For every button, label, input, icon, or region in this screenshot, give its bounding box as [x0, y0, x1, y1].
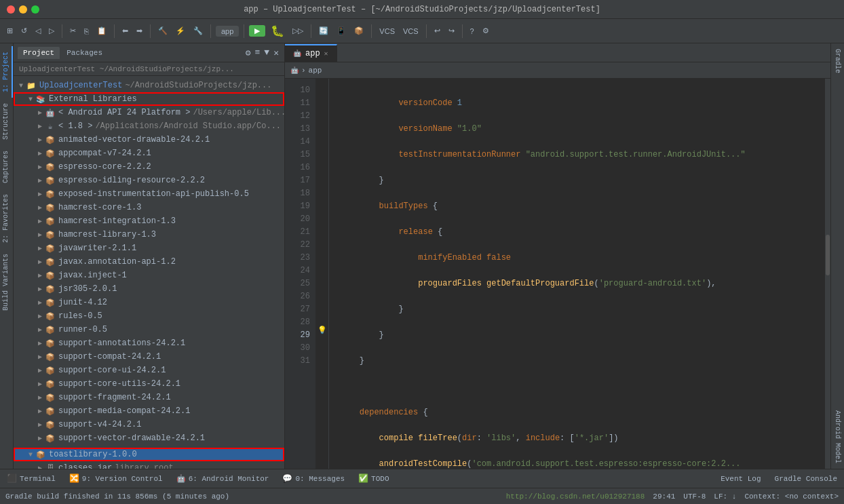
tree-item-support-core-utils[interactable]: ▶ 📦 support-core-utils-24.2.1 [14, 377, 284, 391]
tree-item-support-v4[interactable]: ▶ 📦 support-v4-24.2.1 [14, 418, 284, 431]
tree-item-animated-vector[interactable]: ▶ 📦 animated-vector-drawable-24.2.1 [14, 133, 284, 147]
toolbar-btn-settings[interactable]: ⚙ [480, 25, 492, 37]
gutter-line-19 [315, 195, 328, 208]
toolbar-btn-help[interactable]: ? [467, 26, 477, 37]
todo-btn[interactable]: ✅ TODO [356, 472, 391, 485]
tree-item-appcompat[interactable]: ▶ 📦 appcompat-v7-24.2.1 [14, 147, 284, 160]
toolbar-btn-back[interactable]: ⬅ [119, 25, 131, 37]
tree-item-support-compat[interactable]: ▶ 📦 support-compat-24.2.1 [14, 350, 284, 364]
tree-item-android-api[interactable]: ▶ 🤖 < Android API 24 Platform > /Users/a… [14, 106, 284, 119]
toolbar-btn-3[interactable]: ◁ [33, 25, 43, 37]
android-api-path: /Users/apple/Lib... [193, 108, 284, 117]
sidebar-tab-structure[interactable]: Structure [0, 98, 13, 145]
toolbar-btn-coverage[interactable]: ▷▷ [290, 25, 306, 37]
toolbar-btn-undo[interactable]: ↩ [431, 25, 443, 37]
version-control-btn[interactable]: 🔀 9: Version Control [66, 472, 166, 485]
maximize-button[interactable] [31, 5, 39, 14]
gear-icon[interactable]: ≡ [254, 46, 262, 59]
editor-tab-app[interactable]: 🤖 app ✕ [285, 44, 337, 62]
toolbar-btn-forward[interactable]: ➡ [134, 25, 145, 37]
toolbar-btn-5[interactable]: 🔨 [155, 25, 170, 37]
rules-label: rules-0.5 [58, 311, 102, 321]
toolbar-btn-redo[interactable]: ↪ [446, 25, 457, 37]
tree-item-junit[interactable]: ▶ 📦 junit-4.12 [14, 296, 284, 309]
gutter-line-24 [315, 259, 328, 272]
code-text[interactable]: versionCode 1 versionName "1.0" testInst… [329, 79, 825, 469]
tree-item-hamcrest-core[interactable]: ▶ 📦 hamcrest-core-1.3 [14, 201, 284, 214]
minimize-button[interactable] [19, 5, 27, 14]
toolbar-btn-gradle-sync[interactable]: 🔄 [316, 25, 331, 37]
toolbar-btn-6[interactable]: ⚡ [173, 25, 188, 37]
android-monitor-btn[interactable]: 🤖 6: Android Monitor [174, 473, 272, 484]
collapse-icon[interactable]: ▼ [263, 46, 271, 59]
messages-icon: 💬 [282, 473, 292, 484]
tab-label: app [305, 49, 320, 58]
tab-packages[interactable]: Packages [61, 47, 108, 59]
messages-btn[interactable]: 💬 0: Messages [280, 472, 347, 485]
event-log-label: Event Log [721, 475, 761, 483]
pkg-icon-1: 📦 [45, 134, 56, 145]
gutter-line-20 [315, 208, 328, 220]
pkg-icon-2: 📦 [45, 148, 56, 159]
android-model-tab[interactable]: Android Model [832, 405, 843, 469]
tree-item-hamcrest-library[interactable]: ▶ 📦 hamcrest-library-1.3 [14, 228, 284, 241]
tree-item-support-vector[interactable]: ▶ 📦 support-vector-drawable-24.2.1 [14, 431, 284, 445]
toolbar-btn-4[interactable]: ▷ [46, 25, 57, 37]
sync-icon[interactable]: ⚙ [244, 46, 252, 60]
jar-icon: 🗄 [45, 463, 56, 469]
gutter-line-29-bulb[interactable]: 💡 [315, 324, 328, 336]
toolbar-btn-vcs2[interactable]: VCS [400, 26, 421, 37]
tab-close-btn[interactable]: ✕ [324, 50, 328, 58]
tree-item-espresso-core[interactable]: ▶ 📦 espresso-core-2.2.2 [14, 160, 284, 174]
scrollbar-thumb[interactable] [826, 235, 830, 275]
code-line-17: proguardFiles getDefaultProguardFile('pr… [340, 277, 825, 290]
toolbar-btn-vcs[interactable]: VCS [377, 26, 398, 37]
app-selector[interactable]: app [216, 26, 239, 37]
tree-item-classes-jar[interactable]: ▶ 🗄 classes.jar library root [14, 461, 284, 469]
pkg-icon-18: 📦 [45, 365, 56, 376]
gradle-console-btn[interactable]: Gradle Console [772, 473, 840, 484]
toolbar-btn-sdk[interactable]: 📦 [351, 25, 366, 37]
close-button[interactable] [7, 5, 15, 14]
tree-item-root[interactable]: ▼ 📁 UploadjcenterTest ~/AndroidStudioPro… [14, 79, 284, 92]
sidebar-tab-build[interactable]: Build Variants [0, 248, 13, 316]
toolbar-btn-1[interactable]: ⊞ [4, 25, 16, 37]
tree-item-javawriter[interactable]: ▶ 📦 javawriter-2.1.1 [14, 241, 284, 255]
run-button[interactable]: ▶ [249, 25, 265, 37]
toolbar-btn-avd[interactable]: 📱 [334, 25, 349, 37]
arrow-support-core-utils: ▶ [35, 380, 45, 388]
tree-item-rules[interactable]: ▶ 📦 rules-0.5 [14, 309, 284, 323]
event-log-btn[interactable]: Event Log [718, 473, 763, 484]
tree-item-jdk[interactable]: ▶ ☕ < 1.8 > /Applications/Android Studio… [14, 119, 284, 133]
line-num-15: 15 [285, 149, 310, 161]
tree-item-support-annotations[interactable]: ▶ 📦 support-annotations-24.2.1 [14, 336, 284, 350]
debug-button[interactable]: 🐛 [268, 23, 287, 39]
hide-icon[interactable]: ✕ [272, 46, 280, 60]
tree-item-support-core-ui[interactable]: ▶ 📦 support-core-ui-24.2.1 [14, 364, 284, 377]
tree-item-support-fragment[interactable]: ▶ 📦 support-fragment-24.2.1 [14, 391, 284, 404]
toolbar-btn-2[interactable]: ↺ [18, 25, 30, 37]
pkg-icon-10: 📦 [45, 256, 56, 267]
tree-item-javax-annotation[interactable]: ▶ 📦 javax.annotation-api-1.2 [14, 255, 284, 269]
sidebar-tab-captures[interactable]: Captures [0, 145, 13, 189]
tree-item-toastlibrary[interactable]: ▼ 📦 toastlibrary-1.0.0 [14, 448, 284, 461]
toolbar-btn-copy[interactable]: ⎘ [81, 26, 92, 37]
tree-item-jsr305[interactable]: ▶ 📦 jsr305-2.0.1 [14, 282, 284, 296]
arrow-support-annotations: ▶ [35, 339, 45, 347]
terminal-btn[interactable]: ⬛ Terminal [4, 472, 58, 485]
tree-item-espresso-idling[interactable]: ▶ 📦 espresso-idling-resource-2.2.2 [14, 174, 284, 187]
toolbar-btn-paste[interactable]: 📋 [94, 25, 109, 37]
sidebar-tab-favorites[interactable]: 2: Favorites [0, 189, 13, 248]
sidebar-tab-project[interactable]: 1: Project [0, 46, 13, 98]
tree-item-exposed-instrumentation[interactable]: ▶ 📦 exposed-instrumentation-api-publish-… [14, 187, 284, 201]
toolbar-btn-7[interactable]: 🔧 [191, 25, 206, 37]
tree-item-external-libs[interactable]: ▼ 📚 External Libraries [14, 92, 284, 106]
tab-project[interactable]: Project [18, 47, 60, 59]
toolbar-btn-cut[interactable]: ✂ [67, 25, 79, 37]
tree-item-support-media-compat[interactable]: ▶ 📦 support-media-compat-24.2.1 [14, 404, 284, 418]
tree-item-javax-inject[interactable]: ▶ 📦 javax.inject-1 [14, 269, 284, 282]
tree-item-runner[interactable]: ▶ 📦 runner-0.5 [14, 323, 284, 336]
gradle-tab[interactable]: Gradle [832, 43, 843, 79]
tree-item-hamcrest-integration[interactable]: ▶ 📦 hamcrest-integration-1.3 [14, 214, 284, 228]
scrollbar[interactable] [825, 79, 830, 469]
